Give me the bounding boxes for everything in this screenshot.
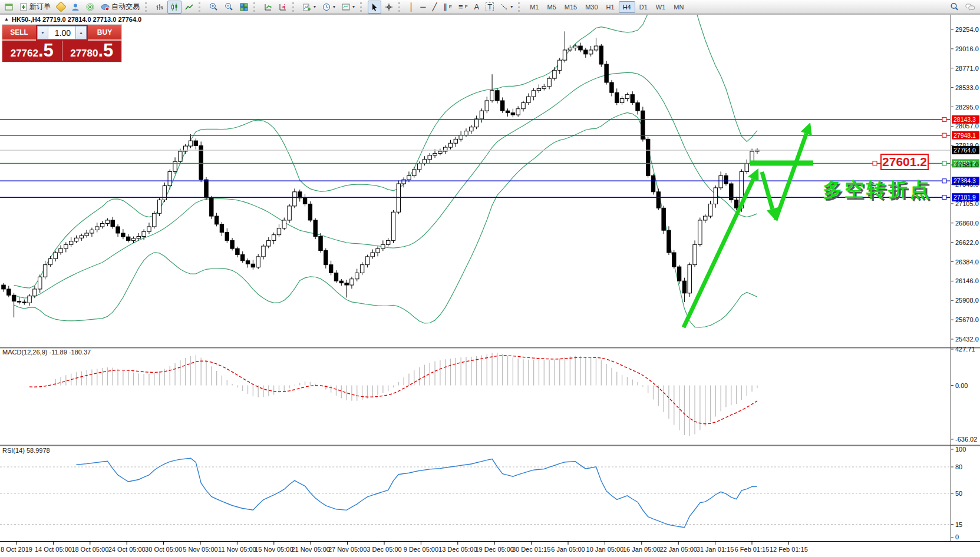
axis-tick-label: 26146.0	[955, 277, 979, 284]
candle-bullish	[537, 88, 540, 90]
candle-bearish	[724, 175, 728, 184]
trendline-button[interactable]: ╱	[429, 1, 440, 14]
candle-bullish	[563, 50, 566, 60]
chart-bars-button[interactable]	[153, 1, 167, 14]
axis-tick-label: 28771.0	[955, 65, 979, 72]
level-marker[interactable]	[942, 161, 946, 165]
price-callout-box[interactable]: 27601.2	[880, 154, 929, 170]
gem-button[interactable]	[54, 1, 68, 14]
axis-tick-label: 25432.0	[955, 336, 979, 343]
level-marker[interactable]	[942, 195, 946, 200]
cursor-button[interactable]	[368, 1, 381, 14]
trend-arrow[interactable]	[762, 172, 773, 209]
cursor-icon	[371, 3, 378, 11]
community-button[interactable]	[68, 1, 83, 14]
sell-button[interactable]: SELL	[2, 25, 36, 41]
candle-bearish	[220, 224, 223, 233]
buy-price-main: 27780	[70, 45, 98, 62]
candle-bullish	[516, 109, 520, 115]
chart-candles-button[interactable]	[167, 1, 182, 14]
hline-button[interactable]: ─	[417, 1, 428, 14]
rsi-axis-label: 15	[955, 521, 962, 528]
candle-bearish	[126, 237, 130, 240]
chart-shift-button[interactable]	[276, 1, 290, 14]
candle-bearish	[631, 95, 634, 103]
candle-bullish	[745, 164, 748, 172]
level-marker[interactable]	[942, 133, 946, 137]
timeframe-M5[interactable]: M5	[543, 1, 560, 13]
candle-bearish	[2, 285, 5, 289]
candle-bullish	[131, 238, 135, 240]
candle-bearish	[303, 198, 306, 204]
candle-bullish	[490, 91, 494, 101]
arrows-icon	[500, 3, 508, 11]
channel-button[interactable]: ∥E	[440, 1, 455, 14]
candle-bullish	[397, 184, 400, 212]
callout-marker[interactable]	[873, 161, 877, 165]
auto-scroll-button[interactable]	[261, 1, 275, 14]
arrows-button[interactable]: ▾	[497, 1, 516, 14]
timeframe-H1[interactable]: H1	[602, 1, 619, 13]
candle-bullish	[38, 277, 42, 289]
timeframe-W1[interactable]: W1	[652, 1, 670, 13]
candle-bullish	[376, 248, 380, 253]
new-order-icon	[19, 3, 28, 11]
chart-canvas[interactable]: 28143.327948.127764.027601.227384.327181…	[0, 0, 980, 557]
candle-bullish	[350, 279, 354, 285]
candle-bearish	[215, 216, 218, 224]
timeframe-H4[interactable]: H4	[619, 1, 635, 13]
fibonacci-button[interactable]: ≡F	[456, 1, 470, 14]
autotrade-cloud-icon	[101, 3, 110, 11]
buy-button[interactable]: BUY	[88, 25, 121, 41]
sell-price-main: 27762	[11, 45, 38, 62]
crosshair-button[interactable]	[382, 1, 396, 14]
templates-button[interactable]: ▾	[339, 1, 358, 14]
time-tick-label: 6 Jan 05:00	[551, 546, 585, 553]
volume-decrease-button[interactable]: ▼	[37, 26, 48, 39]
tile-windows-button[interactable]	[237, 1, 251, 14]
zoom-in-button[interactable]	[206, 1, 221, 14]
timeframe-D1[interactable]: D1	[635, 1, 652, 13]
candle-bullish	[454, 139, 457, 143]
candle-bullish	[74, 238, 78, 241]
timeframe-MN[interactable]: MN	[669, 1, 688, 13]
text-label-button[interactable]: T	[483, 1, 497, 14]
level-marker[interactable]	[942, 117, 946, 121]
buy-price[interactable]: 27780.5	[62, 41, 122, 61]
search-button[interactable]	[947, 1, 962, 14]
chart-title: HK50-,H4 27719.0 27814.0 27713.0 27764.0	[12, 16, 141, 23]
new-order-button[interactable]: 新订单	[17, 1, 54, 14]
candle-bullish	[708, 204, 712, 216]
timeframe-M15[interactable]: M15	[560, 1, 581, 13]
text-button[interactable]: A	[471, 1, 483, 14]
candle-bearish	[677, 267, 681, 281]
timeframe-M30[interactable]: M30	[581, 1, 602, 13]
chart-line-button[interactable]	[182, 1, 196, 14]
sell-price[interactable]: 27762.5	[2, 41, 62, 61]
trend-arrow[interactable]	[776, 134, 806, 220]
vline-button[interactable]: │	[406, 1, 417, 14]
channel-label: E	[449, 4, 452, 9]
charts-window-icon[interactable]	[2, 1, 16, 14]
volume-value[interactable]: 1.00	[48, 26, 75, 39]
candle-bullish	[547, 78, 551, 87]
level-marker[interactable]	[942, 179, 946, 183]
chat-button[interactable]	[962, 1, 978, 14]
candle-bearish	[308, 204, 312, 220]
candle-bearish	[199, 145, 203, 180]
autotrade-button[interactable]: 自动交易	[98, 1, 143, 14]
macd-axis-label: 427.71	[955, 346, 975, 353]
volume-increase-button[interactable]: ▲	[75, 26, 87, 39]
periods-button[interactable]: ▾	[319, 1, 338, 14]
signals-button[interactable]	[83, 1, 97, 14]
candle-bullish	[33, 289, 37, 296]
candle-bearish	[646, 139, 649, 175]
indicators-button[interactable]: ▾	[300, 1, 319, 14]
candle-bullish	[69, 241, 72, 245]
collapse-panel-icon[interactable]: ▲	[4, 16, 9, 22]
candle-bullish	[464, 131, 468, 135]
timeframe-M1[interactable]: M1	[526, 1, 543, 13]
candle-bearish	[111, 220, 114, 227]
resistance-bar[interactable]	[750, 161, 813, 166]
zoom-out-button[interactable]	[222, 1, 236, 14]
